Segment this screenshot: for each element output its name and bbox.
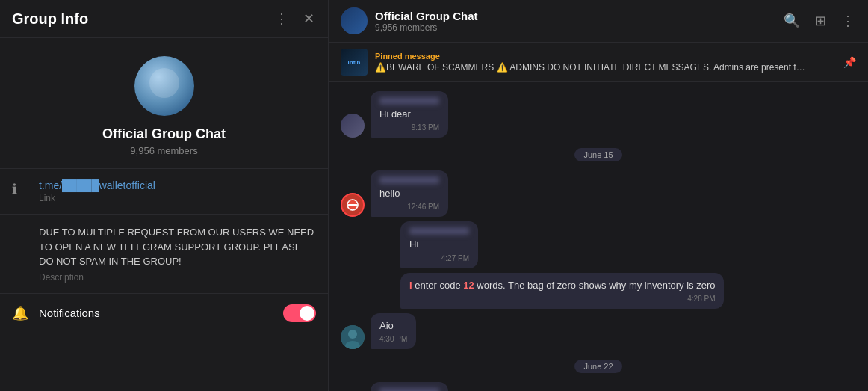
notifications-toggle[interactable] bbox=[283, 304, 316, 322]
close-button[interactable]: ✕ bbox=[302, 9, 316, 28]
group-avatar bbox=[134, 56, 194, 116]
pinned-message-bar[interactable]: infin Pinned message ⚠️BEWARE OF SCAMMER… bbox=[329, 43, 868, 82]
message-time: 4:28 PM bbox=[409, 295, 715, 303]
sender-blur bbox=[379, 388, 439, 391]
message-bubble: I enter code 12 words. The bag of zero s… bbox=[400, 273, 724, 309]
pinned-label: Pinned message bbox=[375, 52, 836, 61]
message-text: Aio bbox=[379, 319, 407, 333]
message-bubble: hello 12:46 PM bbox=[371, 170, 448, 217]
message-bubble: Hi 11:49 PM bbox=[371, 382, 448, 391]
message-row: Hi 4:27 PM bbox=[341, 221, 856, 268]
date-badge: June 22 bbox=[574, 360, 621, 373]
info-circle-icon: ℹ bbox=[12, 181, 28, 197]
message-sender bbox=[409, 227, 469, 236]
message-row: Hi dear 9:13 PM bbox=[341, 91, 856, 138]
search-button[interactable]: 🔍 bbox=[782, 11, 802, 31]
message-bubble: Hi 4:27 PM bbox=[400, 221, 478, 268]
message-time: 4:27 PM bbox=[409, 254, 469, 262]
chat-header-avatar bbox=[341, 7, 368, 34]
pinned-thumb-inner: infin bbox=[341, 49, 368, 76]
link-content: t.me/█████walletofficial Link bbox=[39, 179, 155, 203]
message-bubble: Hi dear 9:13 PM bbox=[371, 91, 448, 138]
pinned-content: Pinned message ⚠️BEWARE OF SCAMMERS ⚠️ A… bbox=[375, 52, 836, 73]
message-time: 9:13 PM bbox=[379, 123, 439, 132]
group-info-section: Official Group Chat 9,956 members bbox=[0, 38, 328, 169]
sender-blur bbox=[379, 97, 439, 105]
message-text: I enter code 12 words. The bag of zero s… bbox=[409, 279, 715, 292]
right-panel: Official Group Chat 9,956 members 🔍 ⊞ ⋮ … bbox=[329, 0, 868, 391]
link-row: ℹ t.me/█████walletofficial Link bbox=[0, 169, 328, 215]
notifications-left: 🔔 Notifications bbox=[12, 305, 100, 321]
group-info-title: Group Info bbox=[12, 10, 88, 28]
group-link[interactable]: t.me/█████walletofficial bbox=[39, 179, 155, 191]
pin-icon: 📌 bbox=[843, 56, 856, 68]
group-name: Official Group Chat bbox=[102, 126, 226, 142]
message-time: 12:46 PM bbox=[379, 203, 439, 211]
message-row: Hi 11:49 PM bbox=[341, 382, 856, 391]
highlight-number: 12 bbox=[463, 280, 474, 291]
description-label: Description bbox=[39, 272, 316, 283]
sender-blur bbox=[409, 227, 469, 235]
message-row: Aio 4:30 PM bbox=[341, 313, 856, 349]
message-text: hello bbox=[379, 187, 439, 200]
chat-member-count: 9,956 members bbox=[375, 22, 478, 33]
message-sender bbox=[379, 176, 439, 185]
left-header: Group Info ⋮ ✕ bbox=[0, 0, 328, 38]
chat-header: Official Group Chat 9,956 members 🔍 ⊞ ⋮ bbox=[329, 0, 868, 43]
sender-blur bbox=[379, 176, 439, 184]
left-panel: Group Info ⋮ ✕ Official Group Chat 9,956… bbox=[0, 0, 329, 391]
avatar bbox=[341, 325, 365, 349]
notifications-label: Notifications bbox=[39, 307, 100, 319]
chat-more-button[interactable]: ⋮ bbox=[840, 11, 856, 31]
chat-messages-area[interactable]: Hi dear 9:13 PM June 15 hello 12:46 PM bbox=[329, 82, 868, 391]
message-time: 4:30 PM bbox=[379, 335, 407, 343]
group-members-count: 9,956 members bbox=[130, 145, 197, 156]
message-sender bbox=[379, 97, 439, 106]
message-sender bbox=[379, 388, 439, 391]
chat-header-left: Official Group Chat 9,956 members bbox=[341, 7, 478, 34]
avatar bbox=[341, 193, 365, 217]
description-text: DUE TO MULTIPLE REQUEST FROM OUR USERS W… bbox=[39, 225, 316, 269]
pinned-thumb: infin bbox=[341, 49, 368, 76]
link-label: Link bbox=[39, 193, 155, 203]
message-row: hello 12:46 PM bbox=[341, 170, 856, 217]
bell-icon: 🔔 bbox=[12, 305, 28, 321]
header-icons: ⋮ ✕ bbox=[273, 9, 316, 28]
pinned-text: ⚠️BEWARE OF SCAMMERS ⚠️ ADMINS DO NOT IN… bbox=[375, 62, 808, 73]
avatar bbox=[341, 114, 365, 138]
svg-point-4 bbox=[348, 330, 357, 339]
chat-title: Official Group Chat bbox=[375, 10, 478, 22]
chat-title-block: Official Group Chat 9,956 members bbox=[375, 10, 478, 33]
more-options-button[interactable]: ⋮ bbox=[273, 9, 290, 28]
date-divider: June 15 bbox=[341, 148, 856, 161]
notifications-row: 🔔 Notifications bbox=[0, 294, 328, 333]
description-content: DUE TO MULTIPLE REQUEST FROM OUR USERS W… bbox=[39, 225, 316, 283]
message-bubble: Aio 4:30 PM bbox=[371, 313, 416, 349]
no-entry-icon bbox=[346, 198, 359, 212]
layout-button[interactable]: ⊞ bbox=[813, 11, 828, 31]
message-text: Hi dear bbox=[379, 108, 439, 121]
description-row: DUE TO MULTIPLE REQUEST FROM OUR USERS W… bbox=[0, 215, 328, 294]
message-text: Hi bbox=[409, 238, 469, 251]
user-avatar-icon bbox=[341, 325, 365, 349]
date-divider: June 22 bbox=[341, 360, 856, 373]
chat-header-right: 🔍 ⊞ ⋮ bbox=[782, 11, 856, 31]
highlight-text: I bbox=[409, 280, 412, 291]
message-row: I enter code 12 words. The bag of zero s… bbox=[341, 273, 856, 309]
date-badge: June 15 bbox=[574, 148, 621, 161]
